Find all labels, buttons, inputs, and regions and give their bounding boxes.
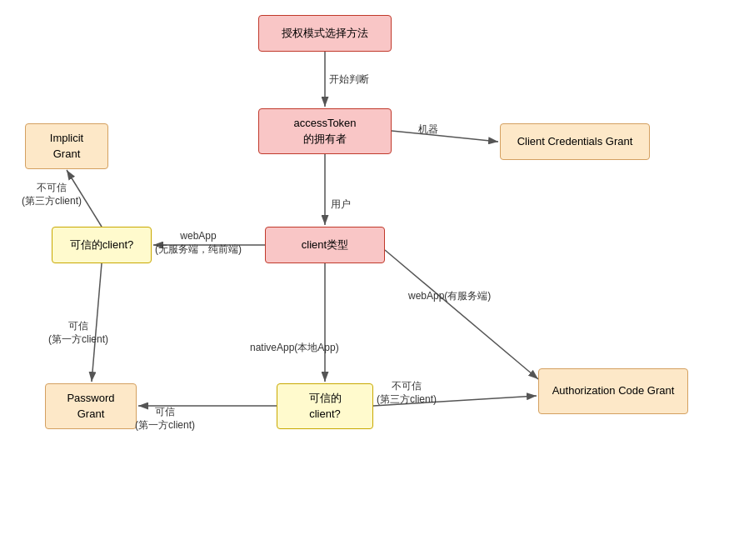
label-native-app: nativeApp(本地App) [250, 342, 339, 355]
label-machine: 机器 [418, 123, 438, 137]
trusted-client-1-node: 可信的client? [52, 227, 152, 263]
client-type-node: client类型 [265, 227, 385, 263]
label-trusted-2: 可信(第一方client) [135, 406, 195, 432]
label-untrusted-2: 不可信(第三方client) [377, 380, 437, 406]
root-node: 授权模式选择方法 [258, 15, 392, 52]
label-trusted-1: 可信(第一方client) [48, 320, 108, 346]
implicit-grant-node: ImplicitGrant [25, 123, 108, 169]
diagram: 授权模式选择方法 accessToken的拥有者 Client Credenti… [0, 0, 739, 560]
label-webapp-no-server: webApp(无服务端，纯前端) [155, 230, 242, 256]
label-untrusted-1: 不可信(第三方client) [22, 182, 82, 208]
label-start: 开始判断 [329, 73, 369, 87]
access-token-node: accessToken的拥有者 [258, 108, 392, 154]
password-grant-node: PasswordGrant [45, 383, 137, 429]
client-credentials-node: Client Credentials Grant [500, 123, 650, 160]
svg-line-6 [385, 250, 538, 379]
trusted-client-2-node: 可信的client? [277, 383, 373, 429]
label-webapp-server: webApp(有服务端) [408, 290, 491, 303]
auth-code-node: Authorization Code Grant [538, 368, 688, 414]
label-user: 用户 [331, 198, 351, 212]
svg-line-2 [392, 131, 498, 142]
